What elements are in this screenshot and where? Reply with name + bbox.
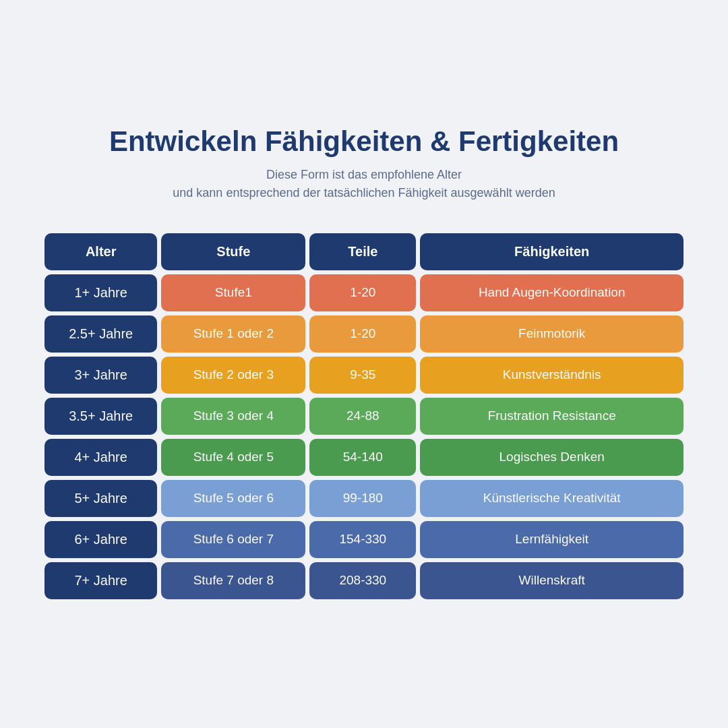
cell-alter: 6+ Jahre [44, 521, 157, 558]
cell-stufe: Stufe1 [161, 274, 305, 311]
cell-skill: Feinmotorik [420, 315, 684, 353]
table-row: 3.5+ JahreStufe 3 oder 424-88Frustration… [44, 398, 684, 435]
header-row: Alter Stufe Teile Fähigkeiten [44, 233, 684, 270]
table-row: 3+ JahreStufe 2 oder 39-35Kunstverständn… [44, 357, 684, 394]
header-alter: Alter [44, 233, 157, 270]
cell-alter: 5+ Jahre [44, 480, 157, 517]
cell-stufe: Stufe 6 oder 7 [161, 521, 305, 558]
cell-skill: Lernfähigkeit [420, 521, 684, 558]
cell-teile: 24-88 [309, 398, 416, 435]
cell-alter: 4+ Jahre [44, 439, 157, 476]
table-row: 7+ JahreStufe 7 oder 8208-330Willenskraf… [44, 562, 684, 599]
cell-teile: 9-35 [309, 357, 416, 394]
cell-stufe: Stufe 7 oder 8 [161, 562, 305, 599]
cell-skill: Logisches Denken [420, 439, 684, 476]
table-row: 2.5+ JahreStufe 1 oder 21-20Feinmotorik [44, 315, 684, 353]
subtitle: Diese Form ist das empfohlene Alter und … [173, 166, 555, 202]
cell-teile: 99-180 [309, 480, 416, 517]
cell-stufe: Stufe 5 oder 6 [161, 480, 305, 517]
cell-teile: 208-330 [309, 562, 416, 599]
cell-skill: Hand Augen-Koordination [420, 274, 684, 311]
page-wrapper: Entwickeln Fähigkeiten & Fertigkeiten Di… [40, 125, 688, 603]
skills-table: Alter Stufe Teile Fähigkeiten 1+ JahreSt… [40, 229, 688, 603]
cell-skill: Frustration Resistance [420, 398, 684, 435]
table-row: 5+ JahreStufe 5 oder 699-180Künstlerisch… [44, 480, 684, 517]
cell-teile: 1-20 [309, 315, 416, 353]
cell-alter: 3.5+ Jahre [44, 398, 157, 435]
cell-stufe: Stufe 1 oder 2 [161, 315, 305, 353]
cell-skill: Willenskraft [420, 562, 684, 599]
cell-alter: 7+ Jahre [44, 562, 157, 599]
table-wrapper: Alter Stufe Teile Fähigkeiten 1+ JahreSt… [40, 229, 688, 603]
header-faehigkeiten: Fähigkeiten [420, 233, 684, 270]
cell-skill: Kunstverständnis [420, 357, 684, 394]
cell-stufe: Stufe 3 oder 4 [161, 398, 305, 435]
cell-stufe: Stufe 2 oder 3 [161, 357, 305, 394]
cell-alter: 1+ Jahre [44, 274, 157, 311]
table-row: 4+ JahreStufe 4 oder 554-140Logisches De… [44, 439, 684, 476]
table-row: 1+ JahreStufe11-20Hand Augen-Koordinatio… [44, 274, 684, 311]
cell-skill: Künstlerische Kreativität [420, 480, 684, 517]
table-row: 6+ JahreStufe 6 oder 7154-330Lernfähigke… [44, 521, 684, 558]
cell-teile: 54-140 [309, 439, 416, 476]
subtitle-line2: und kann entsprechend der tatsächlichen … [173, 186, 555, 200]
header-stufe: Stufe [161, 233, 305, 270]
cell-alter: 2.5+ Jahre [44, 315, 157, 353]
subtitle-line1: Diese Form ist das empfohlene Alter [266, 168, 462, 181]
header-teile: Teile [309, 233, 416, 270]
page-title: Entwickeln Fähigkeiten & Fertigkeiten [109, 125, 619, 158]
cell-teile: 1-20 [309, 274, 416, 311]
cell-alter: 3+ Jahre [44, 357, 157, 394]
cell-teile: 154-330 [309, 521, 416, 558]
cell-stufe: Stufe 4 oder 5 [161, 439, 305, 476]
